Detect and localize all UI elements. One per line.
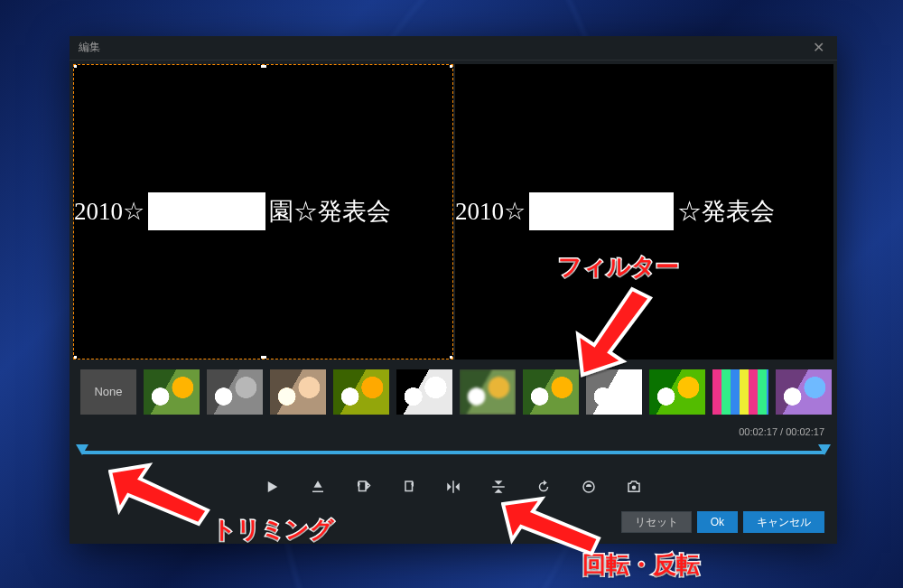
footer-row: リセット Ok キャンセル [70,506,837,544]
crop-handle[interactable] [73,64,77,68]
reset-button[interactable]: リセット [621,511,692,533]
redacted-block [148,192,265,230]
crop-handle[interactable] [73,356,77,359]
special-icon[interactable] [579,477,599,497]
time-display: 00:02:17 / 00:02:17 [739,426,824,437]
crop-handle[interactable] [450,64,453,68]
filter-strip: None [70,363,837,420]
edit-dialog: 編集 ✕ 2010☆ 園☆発表会 2010☆ ☆発表会 [70,36,837,544]
titlebar: 編集 ✕ [70,36,837,61]
trim-start-handle[interactable] [76,444,88,455]
preview-source-text: 2010☆ 園☆発表会 [74,192,391,230]
crop-handle[interactable] [261,64,266,68]
filter-thumb[interactable] [270,369,326,415]
filter-thumb[interactable] [333,369,389,415]
filter-thumb[interactable] [207,369,263,415]
controls-row [70,468,837,506]
cancel-button[interactable]: キャンセル [743,511,824,533]
flip-vertical-icon[interactable] [489,477,508,497]
rotate-ccw-icon[interactable] [353,477,373,497]
redacted-block [529,192,674,230]
trim-fill [82,451,824,454]
undo-icon[interactable] [534,477,554,497]
trim-bar[interactable] [82,443,824,469]
mark-in-icon[interactable] [308,477,328,497]
filter-none[interactable]: None [80,369,136,415]
filter-thumb[interactable] [776,369,832,415]
svg-point-1 [632,486,637,490]
close-icon[interactable]: ✕ [809,39,828,56]
crop-handle[interactable] [450,356,453,359]
filter-thumb[interactable] [144,369,200,415]
trim-end-handle[interactable] [818,444,831,455]
preview-source-pane[interactable]: 2010☆ 園☆発表会 [73,64,453,359]
rotate-cw-icon[interactable] [398,477,418,497]
filter-thumb[interactable] [396,369,452,415]
filter-thumb[interactable] [712,369,768,415]
filter-thumb[interactable] [460,369,516,415]
dialog-title: 編集 [79,40,100,55]
preview-area: 2010☆ 園☆発表会 2010☆ ☆発表会 [70,61,837,363]
preview-result-pane: 2010☆ ☆発表会 [455,64,833,359]
ok-button[interactable]: Ok [697,511,738,533]
filter-thumb[interactable] [523,369,579,415]
filter-thumb[interactable] [586,369,642,415]
flip-horizontal-icon[interactable] [443,477,463,497]
filter-thumb[interactable] [649,369,705,415]
play-icon[interactable] [263,477,283,497]
annotation-rotate-flip: 回転・反転 [582,549,700,581]
snapshot-icon[interactable] [624,477,644,497]
crop-handle[interactable] [261,356,266,359]
time-row: 00:02:17 / 00:02:17 [70,421,837,439]
preview-result-text: 2010☆ ☆発表会 [455,192,775,230]
